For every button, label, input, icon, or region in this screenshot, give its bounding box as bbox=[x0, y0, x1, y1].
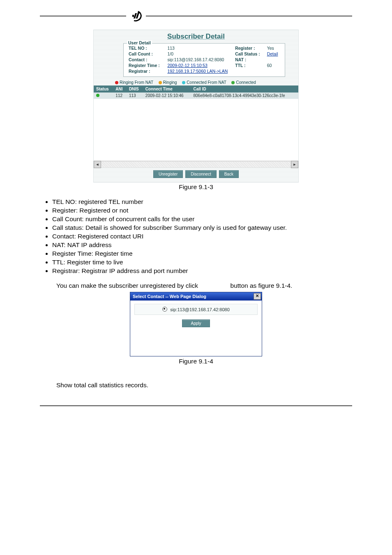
list-item: TEL NO: registered TEL number bbox=[52, 198, 352, 206]
contact-option-label: sip:113@192.168.17.42:8080 bbox=[170, 307, 230, 312]
table-row: Call Count : 1/0 Call Status : Detail bbox=[127, 51, 281, 57]
status-dot-icon bbox=[159, 81, 162, 84]
body-paragraph: You can make the subscriber unregistered… bbox=[56, 282, 352, 289]
radio-icon[interactable] bbox=[162, 307, 167, 312]
disconnect-button[interactable]: Disconnect bbox=[185, 170, 216, 178]
legend-label: Ringing bbox=[163, 80, 177, 85]
list-item: Call status: Detail is showed for subscr… bbox=[52, 224, 352, 231]
value-register: Yes bbox=[265, 45, 281, 51]
list-item: NAT: NAT IP address bbox=[52, 241, 352, 249]
cell-connecttime: 2009-02-12 15:10:46 bbox=[143, 92, 191, 99]
value-nat bbox=[265, 57, 281, 62]
table-row: TEL NO : 113 Register : Yes bbox=[127, 45, 281, 51]
cell-callid: 806e84e8-c0a81708-13c4-49943e30-126cc3e-… bbox=[191, 92, 299, 99]
horizontal-scrollbar[interactable]: ◄ ► bbox=[94, 161, 298, 168]
dialog-title: Select Contact -- Web Page Dialog bbox=[133, 294, 206, 299]
label-telno: TEL NO : bbox=[127, 45, 166, 51]
link-regtime[interactable]: 2009-02-12 15:10:53 bbox=[167, 63, 208, 68]
link-callstatus-detail[interactable]: Detail bbox=[267, 51, 278, 56]
label-callstatus: Call Status : bbox=[233, 51, 265, 57]
status-dot-icon bbox=[115, 81, 118, 84]
status-legend: Ringing From NAT Ringing Connected From … bbox=[99, 78, 293, 86]
apply-button[interactable]: Apply bbox=[182, 319, 210, 327]
list-item: TTL: Register time to live bbox=[52, 259, 352, 266]
scroll-track[interactable] bbox=[101, 162, 291, 167]
cell-dnis: 113 bbox=[127, 92, 143, 99]
subscriber-detail-screenshot: Subscriber Detail User Detail TEL NO : 1… bbox=[93, 30, 299, 191]
value-contact: sip:113@192.168.17.42:8080 bbox=[166, 57, 233, 62]
label-nat: NAT : bbox=[233, 57, 265, 62]
value-ttl: 60 bbox=[265, 62, 281, 68]
label-register: Register : bbox=[233, 45, 265, 51]
col-ani: ANI bbox=[113, 86, 127, 92]
value-callcount: 1/0 bbox=[166, 51, 233, 57]
col-status: Status bbox=[94, 86, 113, 92]
fieldset-legend: User Detail bbox=[127, 40, 152, 45]
grid-empty-area bbox=[94, 99, 298, 161]
label-callcount: Call Count : bbox=[127, 51, 166, 57]
list-item: Contact: Registered contact URI bbox=[52, 233, 352, 240]
contact-option-row[interactable]: sip:113@192.168.17.42:8080 bbox=[134, 304, 258, 315]
field-description-list: TEL NO: registered TEL number Register: … bbox=[42, 198, 352, 275]
table-row: Registrar : 192.168.19.17:5060 LAN->LAN bbox=[127, 68, 281, 74]
select-contact-dialog: Select Contact -- Web Page Dialog ✕ sip:… bbox=[130, 292, 262, 356]
back-button[interactable]: Back bbox=[219, 170, 239, 178]
unregister-button[interactable]: Unregister bbox=[153, 170, 183, 178]
status-dot-icon bbox=[182, 81, 185, 84]
figure-caption: Figure 9.1-3 bbox=[93, 183, 299, 191]
legend-label: Connected From NAT bbox=[187, 80, 226, 85]
figure-caption: Figure 9.1-4 bbox=[40, 358, 352, 365]
value-telno: 113 bbox=[166, 45, 233, 51]
scroll-right-icon[interactable]: ► bbox=[291, 161, 298, 168]
footer-rule bbox=[40, 405, 352, 406]
col-callid: Call ID bbox=[191, 86, 299, 92]
label-ttl: TTL : bbox=[233, 62, 265, 68]
close-icon[interactable]: ✕ bbox=[254, 293, 261, 300]
calls-grid: Status ANI DNIS Connect Time Call ID 112… bbox=[94, 86, 298, 99]
list-item: Call Count: number of concurrent calls f… bbox=[52, 215, 352, 223]
status-dot-icon bbox=[231, 81, 235, 84]
body-paragraph: Show total call statistics records. bbox=[56, 382, 352, 389]
link-registrar[interactable]: 192.168.19.17:5060 LAN->LAN bbox=[167, 69, 228, 74]
cell-ani: 112 bbox=[113, 92, 127, 99]
panel-heading: Subscriber Detail bbox=[99, 32, 293, 41]
legend-label: Connected bbox=[236, 80, 256, 85]
user-detail-table: TEL NO : 113 Register : Yes Call Count :… bbox=[127, 45, 281, 74]
table-row: Contact : sip:113@192.168.17.42:8080 NAT… bbox=[127, 57, 281, 62]
list-item: Registrar: Registrar IP address and port… bbox=[52, 267, 352, 275]
label-contact: Contact : bbox=[127, 57, 166, 62]
label-regtime: Register Time : bbox=[127, 62, 166, 68]
table-row: Register Time : 2009-02-12 15:10:53 TTL … bbox=[127, 62, 281, 68]
col-connecttime: Connect Time bbox=[143, 86, 191, 92]
list-item: Register: Registered or not bbox=[52, 207, 352, 214]
status-dot-icon bbox=[96, 94, 99, 97]
brand-logo bbox=[130, 11, 142, 21]
table-row[interactable]: 112 113 2009-02-12 15:10:46 806e84e8-c0a… bbox=[94, 92, 298, 99]
col-dnis: DNIS bbox=[127, 86, 143, 92]
user-detail-fieldset: User Detail TEL NO : 113 Register : Yes … bbox=[123, 43, 285, 77]
list-item: Register Time: Register time bbox=[52, 250, 352, 257]
scroll-left-icon[interactable]: ◄ bbox=[94, 161, 101, 168]
legend-label: Ringing From NAT bbox=[120, 80, 153, 85]
header-rule bbox=[40, 11, 352, 21]
label-registrar: Registrar : bbox=[127, 68, 166, 74]
cell-status bbox=[94, 92, 113, 99]
